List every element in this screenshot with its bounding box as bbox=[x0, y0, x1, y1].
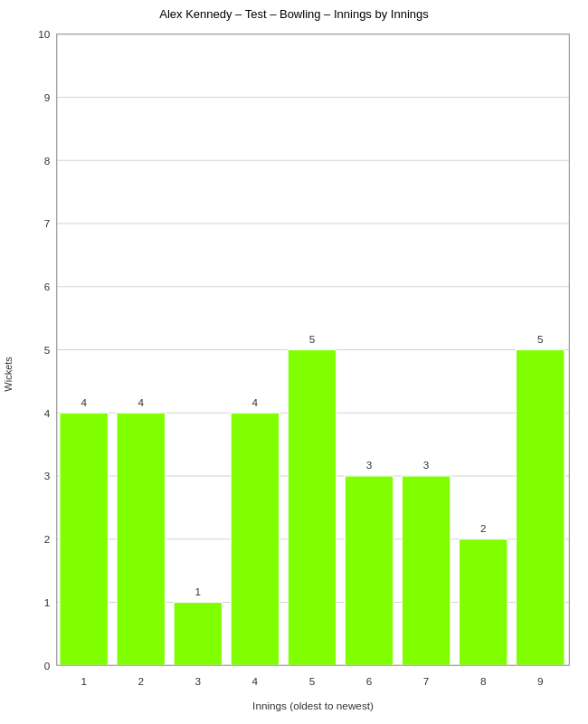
svg-text:5: 5 bbox=[309, 333, 316, 345]
svg-text:1: 1 bbox=[44, 596, 51, 608]
bar-1 bbox=[60, 413, 108, 665]
chart-title: Alex Kennedy – Test – Bowling – Innings … bbox=[159, 7, 429, 21]
chart-area: Wickets 0 1 2 3 bbox=[0, 24, 588, 724]
bar-7 bbox=[402, 476, 450, 665]
svg-text:9: 9 bbox=[537, 675, 544, 687]
chart-container: Alex Kennedy – Test – Bowling – Innings … bbox=[0, 0, 588, 724]
svg-text:Innings (oldest to newest): Innings (oldest to newest) bbox=[252, 700, 374, 711]
svg-text:8: 8 bbox=[44, 155, 51, 167]
svg-text:6: 6 bbox=[44, 281, 51, 292]
bar-9 bbox=[517, 349, 564, 665]
bar-3 bbox=[174, 603, 222, 666]
svg-text:5: 5 bbox=[537, 333, 544, 345]
svg-text:4: 4 bbox=[138, 396, 144, 408]
bar-6 bbox=[345, 476, 393, 665]
svg-text:3: 3 bbox=[423, 459, 430, 471]
svg-text:4: 4 bbox=[81, 396, 87, 408]
svg-text:2: 2 bbox=[138, 675, 144, 687]
bar-5 bbox=[288, 349, 336, 665]
svg-text:3: 3 bbox=[44, 470, 51, 481]
svg-text:5: 5 bbox=[44, 344, 51, 356]
svg-text:1: 1 bbox=[81, 675, 87, 687]
svg-text:2: 2 bbox=[44, 533, 51, 545]
svg-text:5: 5 bbox=[309, 675, 316, 687]
bar-4 bbox=[231, 413, 279, 665]
bar-chart-svg: 0 1 2 3 4 5 6 bbox=[18, 24, 579, 724]
y-axis-label: Wickets bbox=[0, 24, 18, 724]
chart-inner: 0 1 2 3 4 5 6 bbox=[18, 24, 588, 724]
svg-text:3: 3 bbox=[195, 675, 202, 687]
bar-2 bbox=[117, 413, 165, 665]
svg-text:8: 8 bbox=[480, 675, 487, 687]
svg-text:10: 10 bbox=[38, 28, 51, 40]
svg-text:7: 7 bbox=[44, 217, 51, 229]
svg-text:6: 6 bbox=[366, 675, 373, 687]
svg-text:7: 7 bbox=[423, 675, 430, 687]
bar-8 bbox=[459, 539, 507, 666]
svg-text:1: 1 bbox=[195, 586, 202, 597]
svg-text:4: 4 bbox=[252, 675, 259, 687]
svg-text:4: 4 bbox=[44, 407, 51, 419]
svg-text:0: 0 bbox=[44, 660, 51, 672]
svg-text:2: 2 bbox=[480, 522, 487, 534]
svg-text:9: 9 bbox=[44, 91, 51, 103]
svg-text:4: 4 bbox=[252, 396, 259, 408]
svg-text:3: 3 bbox=[366, 459, 373, 471]
